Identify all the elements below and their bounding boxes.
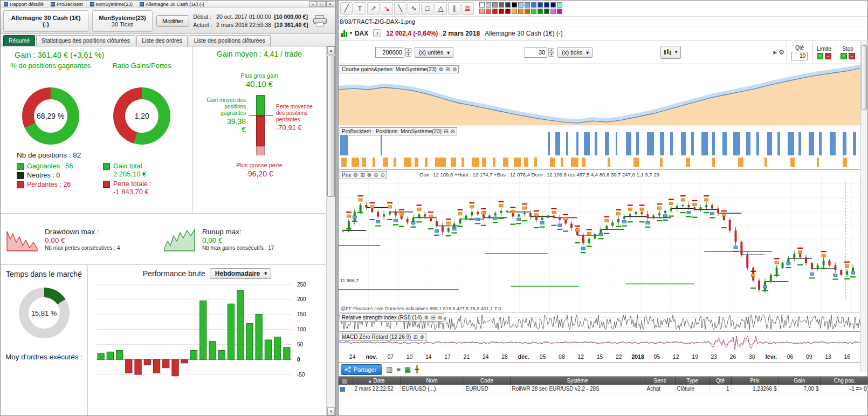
tab-liste-des-ordres[interactable]: Liste des ordres — [136, 35, 188, 46]
ticks-select[interactable]: (x) ticks▼ — [557, 47, 593, 58]
price-panel[interactable]: Prix ⚙⊞⊗ ⊕⊖ Ouv : 12 109,6 +Haut : 12 17… — [339, 170, 861, 312]
color-swatch[interactable] — [499, 9, 504, 14]
ticks-input[interactable] — [525, 47, 547, 58]
symbol-selector[interactable]: ▼ DAX — [341, 30, 368, 37]
color-swatch[interactable] — [479, 2, 485, 8]
positions-panel[interactable]: ProBacktest - Positions: MonSystème(23) … — [339, 126, 861, 170]
units-stepper[interactable]: ▲▼ — [405, 48, 411, 57]
order-list-icon[interactable]: ≡ — [397, 365, 401, 373]
buy-limit-icon[interactable]: + — [817, 53, 823, 59]
orders-table-header[interactable]: ▲ DateNomCodeSystèmeSensTypeQtéPrixGainC… — [339, 377, 868, 385]
scrollbar-thumb[interactable] — [327, 56, 335, 197]
filter-icon[interactable] — [342, 379, 347, 384]
left-window-scrollbar[interactable]: ▲ ▼ — [326, 46, 335, 415]
arrow-down-tool-icon[interactable]: ↘ — [381, 2, 393, 15]
chart-style-button[interactable]: ▼ — [660, 46, 681, 59]
maximize-icon[interactable]: □ — [318, 1, 326, 7]
rectangle-tool-icon[interactable]: □ — [421, 2, 433, 15]
detach-icon[interactable]: ⊞ — [431, 315, 435, 320]
units-input[interactable] — [375, 47, 404, 58]
color-swatch[interactable] — [525, 9, 530, 14]
zoom-out-icon[interactable]: ⊖ — [380, 172, 384, 178]
chart-zoom-icon[interactable]: ▥ — [386, 365, 392, 373]
tab-r-sum-[interactable]: Résumé — [3, 35, 35, 46]
color-swatch[interactable] — [492, 2, 498, 8]
column-header[interactable]: Type — [675, 377, 709, 385]
line-tool-icon[interactable]: ╱ — [340, 2, 353, 15]
left-window-titlebar[interactable]: Rapport détailléProBacktestMonSystème(23… — [1, 1, 335, 8]
channel-tool-icon[interactable]: ∥ — [448, 2, 460, 15]
titlebar-window-tab[interactable]: Allemagne 30 Cash (1€) (-) — [136, 1, 208, 8]
color-swatch[interactable] — [518, 2, 523, 8]
close-icon[interactable]: × — [326, 1, 334, 7]
color-swatch[interactable] — [512, 2, 517, 8]
fibonacci-tool-icon[interactable]: ≣ — [461, 2, 474, 15]
macd-panel[interactable]: MACD Zéro Retard (12 26 9) ⊞⊗ — [339, 332, 861, 351]
color-swatch[interactable] — [525, 2, 530, 8]
column-header[interactable] — [339, 377, 353, 385]
close-icon[interactable]: ⊗ — [452, 66, 457, 72]
rsi-panel[interactable]: Relative strength index (RSI) (14) ⚙⊞⊗ — [339, 312, 861, 332]
settings-icon[interactable]: ⚙ — [353, 172, 358, 178]
qty-input[interactable] — [791, 52, 808, 60]
detach-icon[interactable]: ⊞ — [413, 334, 417, 340]
scroll-up-icon[interactable]: ▲ — [327, 46, 335, 54]
color-swatch[interactable] — [544, 9, 549, 14]
color-swatch[interactable] — [505, 2, 511, 8]
order-settings-icon[interactable]: ⚙ — [779, 49, 784, 56]
zigzag-tool-icon[interactable]: ∿ — [408, 2, 420, 15]
column-header[interactable]: Système — [510, 377, 645, 385]
color-swatch[interactable] — [550, 9, 556, 14]
modifier-button[interactable]: Modifier — [156, 15, 189, 27]
titlebar-window-tab[interactable]: MonSystème(23) — [87, 1, 137, 8]
column-header[interactable]: Chg pos. — [821, 377, 868, 385]
buy-stop-icon[interactable]: + — [841, 53, 847, 59]
minimize-icon[interactable]: – — [309, 1, 317, 7]
column-header[interactable]: Gain — [779, 377, 821, 385]
color-swatch[interactable] — [486, 9, 491, 14]
color-swatch[interactable] — [544, 2, 549, 8]
settings-icon[interactable]: ⚙ — [424, 315, 429, 320]
color-swatch[interactable] — [479, 9, 485, 14]
tab-liste-des-positions-cl-tur-es[interactable]: Liste des positions clôturées — [189, 35, 271, 46]
detach-icon[interactable]: ⊞ — [446, 66, 450, 72]
color-swatch[interactable] — [486, 2, 491, 8]
triangle-tool-icon[interactable]: △ — [435, 2, 447, 15]
column-header[interactable]: Prix — [731, 377, 779, 385]
printer-icon[interactable] — [313, 15, 327, 27]
text-tool-icon[interactable]: T — [354, 2, 366, 15]
chart-scrollbar-thumb[interactable] — [862, 45, 867, 110]
column-header[interactable]: ▲ Date — [353, 377, 400, 385]
close-icon[interactable]: ⊗ — [450, 128, 454, 134]
chart-scrollbar[interactable] — [860, 41, 867, 372]
color-swatch[interactable] — [505, 9, 511, 14]
titlebar-window-tab[interactable]: Rapport détaillé — [1, 1, 47, 8]
gains-curve-panel[interactable]: Courbe gains&pertes: MonSystème(23) ⚙⊞⊗ — [339, 64, 861, 126]
settings-icon[interactable]: ⚙ — [439, 66, 444, 72]
detach-icon[interactable]: ⊞ — [360, 172, 364, 178]
ticks-stepper[interactable]: ▲▼ — [548, 48, 554, 57]
collapse-arrow-icon[interactable]: ▶ — [773, 50, 777, 55]
segment-tool-icon[interactable]: ╲ — [394, 2, 407, 15]
info-icon[interactable]: i — [373, 29, 381, 37]
column-header[interactable]: Code — [464, 377, 510, 385]
column-header[interactable]: Nom — [400, 377, 464, 385]
color-swatch[interactable] — [492, 9, 498, 14]
table-row[interactable]: 2 mars 22:22:52EUR/USD (...)EURUSDRollWR… — [339, 385, 868, 393]
close-icon[interactable]: ⊗ — [367, 172, 371, 178]
color-swatch[interactable] — [512, 9, 517, 14]
scroll-down-icon[interactable]: ▼ — [327, 407, 335, 415]
color-swatch[interactable] — [531, 9, 536, 14]
sell-limit-icon[interactable]: − — [825, 53, 831, 59]
color-swatch[interactable] — [538, 2, 543, 8]
arrow-up-tool-icon[interactable]: ↗ — [367, 2, 380, 15]
units-select[interactable]: (x) unités▼ — [415, 47, 453, 58]
titlebar-window-tab[interactable]: ProBacktest — [47, 1, 87, 8]
color-swatch[interactable] — [557, 9, 562, 14]
color-swatch[interactable] — [557, 2, 562, 8]
grid-icon[interactable]: ╋ — [415, 365, 419, 373]
color-swatch[interactable] — [531, 2, 536, 8]
column-header[interactable]: Sens — [645, 377, 675, 385]
color-swatch[interactable] — [550, 2, 556, 8]
column-header[interactable]: Qté — [709, 377, 731, 385]
